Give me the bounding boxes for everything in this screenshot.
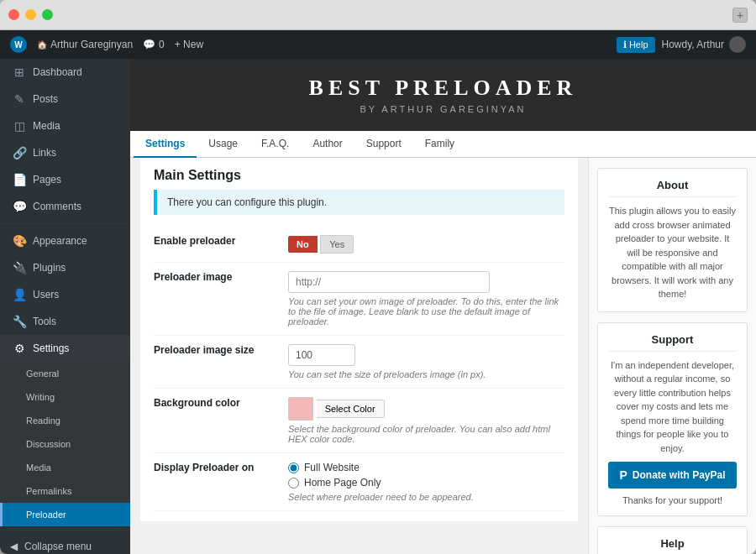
media-settings-label: Media	[26, 463, 51, 473]
appearance-icon: 🎨	[13, 234, 26, 248]
settings-table: Enable preloader No Yes Preloader image	[154, 227, 564, 511]
site-name-item[interactable]: 🏠 Arthur Gareginyan	[37, 39, 133, 50]
media-icon: ◫	[13, 119, 26, 133]
plugin-content: Main Settings There you can configure th…	[130, 158, 756, 554]
sidebar-item-posts[interactable]: ✎ Posts	[0, 86, 130, 112]
radio-home-only[interactable]: Home Page Only	[288, 477, 564, 489]
about-box: About This plugin allows you to easily a…	[597, 168, 748, 312]
settings-notice: There you can configure this plugin.	[154, 190, 564, 215]
field-display-on: Full Website Home Page Only Select where	[288, 453, 564, 511]
preloader-image-input[interactable]	[288, 271, 490, 293]
row-bg-color: Background color Select Color Select the…	[154, 389, 564, 453]
admin-bar-left: W 🏠 Arthur Gareginyan 💬 0 + New	[10, 36, 617, 53]
help-box-title: Help	[608, 537, 737, 554]
donate-button[interactable]: P Donate with PayPal	[608, 462, 737, 489]
wp-logo[interactable]: W	[10, 36, 27, 53]
admin-bar-right: ℹ Help Howdy, Arthur	[617, 36, 746, 53]
label-preloader-image: Preloader image	[154, 263, 288, 336]
howdy-item[interactable]: Howdy, Arthur	[662, 36, 746, 53]
main-layout: ⊞ Dashboard ✎ Posts ◫ Media 🔗 Links	[0, 59, 756, 554]
sidebar-item-preloader[interactable]: Preloader	[0, 503, 130, 526]
new-label: + New	[175, 39, 203, 50]
sidebar-label-links: Links	[33, 147, 56, 159]
collapse-icon: ◀	[10, 541, 18, 552]
sidebar-item-links[interactable]: 🔗 Links	[0, 139, 130, 166]
sidebar-item-appearance[interactable]: 🎨 Appearance	[0, 227, 130, 254]
settings-icon: ⚙	[13, 342, 26, 355]
howdy-label: Howdy, Arthur	[662, 39, 724, 50]
sidebar-menu: ⊞ Dashboard ✎ Posts ◫ Media 🔗 Links	[0, 59, 130, 554]
close-button[interactable]	[8, 9, 19, 20]
sidebar-item-discussion[interactable]: Discussion	[0, 432, 130, 456]
sidebar-label-dashboard: Dashboard	[33, 66, 82, 78]
tab-support[interactable]: Support	[354, 131, 413, 158]
field-image-size: You can set the size of preloaders image…	[288, 336, 564, 389]
about-title: About	[608, 179, 737, 197]
sidebar-item-reading[interactable]: Reading	[0, 409, 130, 432]
tab-settings[interactable]: Settings	[134, 131, 197, 158]
label-enable-preloader: Enable preloader	[154, 227, 288, 263]
field-enable-preloader: No Yes	[288, 227, 564, 263]
maximize-button[interactable]	[42, 9, 53, 20]
donate-label: Donate with PayPal	[633, 469, 726, 481]
tools-icon: 🔧	[13, 315, 26, 328]
tab-author[interactable]: Author	[301, 131, 354, 158]
radio-full-website-label: Full Website	[304, 462, 360, 473]
row-enable-preloader: Enable preloader No Yes	[154, 227, 564, 263]
help-box: Help Got something to say? Need help? ar…	[597, 526, 748, 554]
settings-title: Main Settings	[154, 168, 564, 183]
admin-bar: W 🏠 Arthur Gareginyan 💬 0 + New ℹ Help	[0, 30, 756, 59]
sidebar-item-dashboard[interactable]: ⊞ Dashboard	[0, 59, 130, 86]
radio-full-website-input[interactable]	[288, 463, 299, 473]
sidebar-item-tools[interactable]: 🔧 Tools	[0, 308, 130, 335]
select-color-button[interactable]: Select Color	[317, 400, 385, 418]
tab-usage[interactable]: Usage	[197, 131, 249, 158]
label-display-on: Display Preloader on	[154, 453, 288, 511]
collapse-label: Collapse menu	[24, 541, 92, 552]
sidebar-item-permalinks[interactable]: Permalinks	[0, 479, 130, 503]
toggle-yes-button[interactable]: Yes	[320, 235, 354, 253]
sidebar-item-media-settings[interactable]: Media	[0, 456, 130, 479]
radio-home-only-input[interactable]	[288, 478, 299, 489]
sidebar-label-tools: Tools	[33, 316, 56, 327]
comments-item[interactable]: 💬 0	[143, 39, 165, 50]
settings-submenu: General Writing Reading Discussion Media…	[0, 362, 130, 526]
reading-label: Reading	[26, 416, 60, 426]
field-preloader-image: You can set your own image of preloader.…	[288, 263, 564, 336]
toggle-no-button[interactable]: No	[288, 236, 318, 253]
sidebar-item-comments[interactable]: 💬 Comments	[0, 193, 130, 220]
users-icon: 👤	[13, 288, 26, 301]
sidebar-item-plugins[interactable]: 🔌 Plugins	[0, 254, 130, 281]
collapse-menu-item[interactable]: ◀ Collapse menu	[0, 534, 130, 554]
radio-home-only-label: Home Page Only	[304, 477, 381, 489]
row-image-size: Preloader image size You can set the siz…	[154, 336, 564, 389]
label-image-size: Preloader image size	[154, 336, 288, 389]
tab-faq[interactable]: F.A.Q.	[249, 131, 301, 158]
sidebar-item-writing[interactable]: Writing	[0, 385, 130, 409]
permalinks-label: Permalinks	[26, 486, 71, 496]
sidebar-item-media[interactable]: ◫ Media	[0, 112, 130, 139]
sidebar-item-settings[interactable]: ⚙ Settings	[0, 335, 130, 362]
minimize-button[interactable]	[25, 9, 36, 20]
dashboard-icon: ⊞	[13, 65, 26, 79]
sidebar-separator-2	[0, 530, 130, 530]
sidebar-item-general[interactable]: General	[0, 362, 130, 385]
settings-sub-list: General Writing Reading Discussion Media…	[0, 362, 130, 526]
sidebar-item-pages[interactable]: 📄 Pages	[0, 166, 130, 193]
tab-family[interactable]: Family	[413, 131, 466, 158]
sidebar-item-users[interactable]: 👤 Users	[0, 281, 130, 308]
new-item[interactable]: + New	[175, 39, 203, 50]
radio-full-website[interactable]: Full Website	[288, 462, 564, 473]
help-button[interactable]: ℹ Help	[617, 37, 655, 53]
help-label: Help	[629, 39, 648, 50]
field-bg-color: Select Color Select the background color…	[288, 389, 564, 453]
expand-button[interactable]: +	[732, 8, 748, 23]
plugin-subtitle: BY ARTHUR GAREGINYAN	[147, 104, 739, 114]
image-size-input[interactable]	[288, 344, 355, 366]
site-name: Arthur Gareginyan	[50, 39, 133, 50]
plugin-title: BEST PRELOADER	[147, 76, 739, 101]
color-preview	[288, 397, 313, 421]
settings-wrap: Main Settings There you can configure th…	[140, 158, 578, 521]
posts-icon: ✎	[13, 92, 26, 106]
display-on-desc: Select where preloader need to be appear…	[288, 492, 564, 502]
